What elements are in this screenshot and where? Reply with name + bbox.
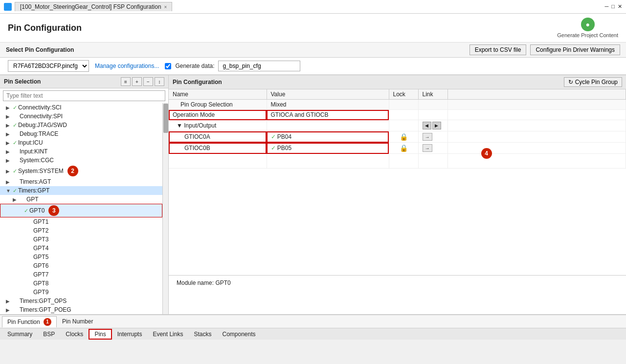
nav-tab-summary[interactable]: Summary [2,329,38,339]
tree-item-connectivity-sci[interactable]: ▶ ✓ Connectivity:SCI [0,103,162,112]
tree-item-connectivity-spi[interactable]: ▶ Connectivity:SPI [0,112,162,121]
tree-item-gpt2[interactable]: GPT2 [0,226,162,235]
tree-item-debug-trace[interactable]: ▶ Debug:TRACE [0,129,162,138]
tree-list: ▶ ✓ Connectivity:SCI ▶ Connectivity:SPI … [0,103,162,314]
module-name-label: Module name: [177,279,215,286]
nav-arrow-left[interactable]: ◀ [423,122,431,129]
nav-arrow-right[interactable]: ▶ [432,122,441,129]
cell-name: ▼ Input/Output [169,120,267,131]
tab-close-button[interactable]: × [164,4,167,10]
tree-item-timers-gpt-ops[interactable]: ▶ Timers:GPT_OPS [0,297,162,305]
col-link: Link [418,89,447,100]
tree-label: GPT4 [33,245,48,252]
minimize-button[interactable]: ─ [605,3,609,10]
generate-data-checkbox[interactable] [165,63,171,69]
check-icon: ✓ [13,140,17,146]
tree-label: Debug:TRACE [20,130,58,137]
editor-tab[interactable]: [100_Motor_SteeringGear_Control] FSP Con… [15,2,172,11]
tree-scroll-wrap: ▶ ✓ Connectivity:SCI ▶ Connectivity:SPI … [0,103,168,314]
cell-lock[interactable]: 🔒 [389,131,418,143]
tree-item-gpt5[interactable]: GPT5 [0,253,162,261]
nav-tab-interrupts[interactable]: Interrupts [112,329,148,339]
sort-button[interactable]: ↕ [155,77,164,86]
value-check-icon: ✓ [271,133,276,140]
link-button[interactable]: → [423,133,432,141]
col-name: Name [169,89,267,100]
cell-value [267,120,389,131]
nav-tab-components[interactable]: Components [217,329,261,339]
tree-item-gpt0[interactable]: ▶ ✓ GPT0 3 [0,204,162,217]
filter-input[interactable] [3,90,165,101]
tree-item-gpt8[interactable]: GPT8 [0,279,162,288]
tree-label: GPT5 [33,254,48,260]
tree-label: GPT [26,196,39,203]
cycle-pin-group-button[interactable]: ↻ Cycle Pin Group [564,77,622,87]
main-content: Pin Selection ≡ + − ↕ ▶ ✓ Connectivity:S… [0,75,626,314]
module-name-value: GPT0 [215,279,230,286]
pin-selection-header: Pin Selection ≡ + − ↕ [0,75,168,88]
tree-item-gpt7[interactable]: GPT7 [0,270,162,279]
nav-tab-clocks[interactable]: Clocks [60,329,89,339]
tree-label: GPT3 [33,236,48,243]
pin-config-dropdown[interactable]: R7FA6T2BD3CFP.pincfg [8,60,89,72]
tree-item-system-system[interactable]: ▶ ✓ System:SYSTEM 2 [0,165,162,177]
cell-link: ◀ ▶ [418,120,447,131]
tab-pin-function[interactable]: Pin Function 1 [2,316,57,327]
nav-tab-pins[interactable]: Pins [89,329,112,340]
refresh-icon: ↻ [568,79,573,86]
cell-lock[interactable]: 🔒 [389,143,418,154]
cell-link[interactable]: → [418,143,447,154]
add-item-button[interactable]: + [132,77,142,86]
col-lock: Lock [389,89,418,100]
generate-project-content-button[interactable]: ● Generate Project Content [557,18,618,38]
check-icon: ✓ [13,105,17,111]
tree-label: Timers:AGT [20,178,51,185]
generate-icon: ● [581,18,595,31]
badge-2: 2 [67,166,78,176]
tree-label: Connectivity:SCI [18,104,62,111]
collapse-button[interactable]: − [143,77,153,86]
expand-icon: ▼ [177,122,182,129]
cell-value: ✓ PB04 [267,131,389,143]
manage-configurations-link[interactable]: Manage configurations... [95,63,159,69]
title-bar: [100_Motor_SteeringGear_Control] FSP Con… [0,0,626,14]
tree-item-gpt3[interactable]: GPT3 [0,235,162,244]
tree-item-gpt1[interactable]: GPT1 [0,217,162,226]
cell-link[interactable]: → [418,131,447,143]
tree-scrollbar[interactable] [162,103,168,314]
pin-config-title: Pin Configuration [173,79,222,86]
badge-3: 3 [48,205,59,216]
cell-link [418,100,447,110]
tree-item-input-icu[interactable]: ▶ ✓ Input:ICU [0,138,162,147]
tree-item-gpt4[interactable]: GPT4 [0,244,162,253]
tree-item-gpt6[interactable]: GPT6 [0,261,162,270]
export-csv-button[interactable]: Export to CSV file [470,44,527,55]
tree-item-timers-agt[interactable]: ▶ Timers:AGT [0,177,162,186]
tree-label: Timers:GPT_POEG [20,306,71,313]
tree-item-debug-jtag[interactable]: ▶ ✓ Debug:JTAG/SWD [0,121,162,129]
tree-item-timers-gpt-poeg[interactable]: ▶ Timers:GPT_POEG [0,305,162,314]
cell-value: Mixed [267,100,389,110]
nav-tab-stacks[interactable]: Stacks [188,329,217,339]
value-check-icon: ✓ [271,145,276,151]
list-view-button[interactable]: ≡ [121,77,131,86]
maximize-button[interactable]: □ [611,3,615,10]
tab-pin-number[interactable]: Pin Number [57,316,98,327]
expand-icon: ▶ [6,149,13,154]
pin-selection-title: Pin Selection [4,78,41,85]
expand-icon: ▶ [6,179,13,185]
tree-item-input-kint[interactable]: ▶ Input:KINT [0,147,162,156]
generate-data-input[interactable]: g_bsp_pin_cfg [218,61,300,71]
tree-item-gpt9[interactable]: GPT9 [0,288,162,297]
nav-tab-event-links[interactable]: Event Links [147,329,188,339]
nav-tab-bsp[interactable]: BSP [38,329,60,339]
expand-icon: ▶ [6,105,13,110]
link-button[interactable]: → [423,144,432,152]
tree-item-system-cgc[interactable]: ▶ System:CGC [0,156,162,165]
close-button[interactable]: ✕ [618,3,622,10]
cell-lock [389,110,418,120]
scrollbar-thumb[interactable] [163,104,168,133]
tree-item-timers-gpt[interactable]: ▼ ✓ Timers:GPT [0,186,162,195]
tree-item-gpt[interactable]: ▶ GPT [0,195,162,204]
configure-pin-driver-button[interactable]: Configure Pin Driver Warnings [530,44,620,55]
